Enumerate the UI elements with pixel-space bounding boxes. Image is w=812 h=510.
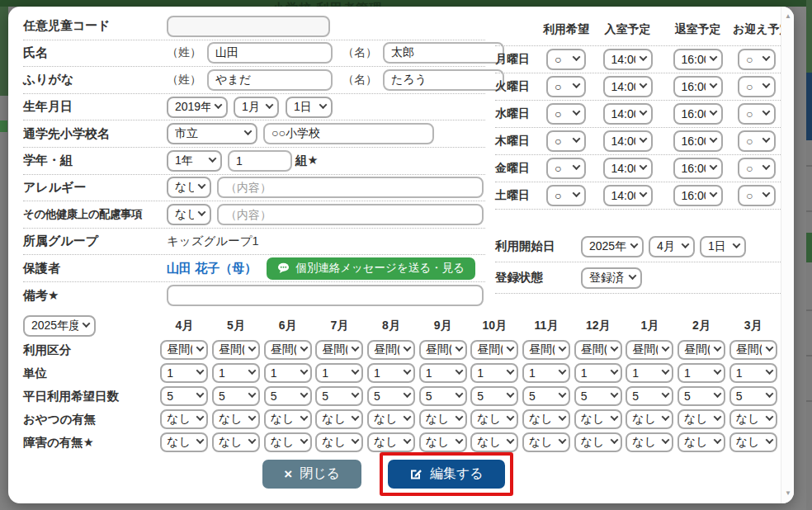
exit-time-select[interactable]: 16:00 bbox=[673, 185, 723, 206]
unit-select[interactable]: 1 bbox=[367, 363, 415, 383]
unit-select[interactable]: 1 bbox=[522, 363, 570, 383]
wish-select[interactable]: ○ bbox=[546, 103, 586, 125]
pickup-select[interactable]: ○ bbox=[738, 76, 776, 97]
snack-select[interactable]: なし bbox=[574, 409, 622, 429]
family-kana-input[interactable] bbox=[207, 69, 333, 91]
disability-select[interactable]: なし bbox=[367, 432, 415, 452]
usage-type-select[interactable]: 昼間( bbox=[522, 340, 570, 360]
usage-type-select[interactable]: 昼間( bbox=[264, 340, 312, 360]
snack-select[interactable]: なし bbox=[367, 409, 415, 429]
unit-select[interactable]: 1 bbox=[160, 363, 208, 383]
unit-select[interactable]: 1 bbox=[212, 363, 260, 383]
weekday-count-select[interactable]: 5 bbox=[574, 386, 622, 406]
snack-select[interactable]: なし bbox=[212, 409, 260, 429]
weekday-count-select[interactable]: 5 bbox=[264, 386, 312, 406]
disability-select[interactable]: なし bbox=[315, 432, 363, 452]
entry-time-select[interactable]: 14:00 bbox=[603, 130, 653, 152]
usage-type-select[interactable]: 昼間( bbox=[626, 340, 673, 360]
edit-button[interactable]: 編集する bbox=[388, 460, 505, 489]
usage-type-select[interactable]: 昼間( bbox=[367, 340, 415, 360]
birth-month-select[interactable]: 1月 bbox=[234, 97, 279, 118]
disability-select[interactable]: なし bbox=[470, 432, 518, 452]
close-button[interactable]: × 閉じる bbox=[262, 460, 361, 489]
usage-type-select[interactable]: 昼間( bbox=[160, 340, 208, 360]
unit-select[interactable]: 1 bbox=[626, 363, 673, 383]
entry-time-select[interactable]: 14:00 bbox=[603, 103, 653, 125]
modal-scrollbar[interactable]: ▲ ▼ bbox=[781, 7, 794, 503]
exit-time-select[interactable]: 16:00 bbox=[673, 103, 723, 125]
weekday-count-select[interactable]: 5 bbox=[470, 386, 518, 406]
exit-time-select[interactable]: 16:00 bbox=[673, 130, 723, 152]
weekday-count-select[interactable]: 5 bbox=[677, 386, 725, 406]
wish-select[interactable]: ○ bbox=[546, 49, 586, 70]
send-message-button[interactable]: 個別連絡メッセージを送る・見る bbox=[267, 257, 475, 280]
school-name-input[interactable] bbox=[263, 123, 434, 144]
note-input[interactable] bbox=[167, 285, 484, 306]
usage-type-select[interactable]: 昼間( bbox=[574, 340, 622, 360]
start-month-select[interactable]: 4月 bbox=[649, 236, 695, 257]
snack-select[interactable]: なし bbox=[626, 409, 673, 429]
usage-type-select[interactable]: 昼間( bbox=[677, 340, 725, 360]
pickup-select[interactable]: ○ bbox=[738, 130, 776, 152]
snack-select[interactable]: なし bbox=[522, 409, 570, 429]
pickup-select[interactable]: ○ bbox=[738, 49, 776, 70]
pickup-select[interactable]: ○ bbox=[738, 185, 776, 206]
birth-day-select[interactable]: 1日 bbox=[286, 97, 333, 118]
snack-select[interactable]: なし bbox=[160, 409, 208, 429]
weekday-count-select[interactable]: 5 bbox=[729, 386, 777, 406]
unit-select[interactable]: 1 bbox=[574, 363, 622, 383]
weekday-count-select[interactable]: 5 bbox=[522, 386, 570, 406]
pickup-select[interactable]: ○ bbox=[738, 103, 776, 125]
disability-select[interactable]: なし bbox=[574, 432, 622, 452]
scroll-up-icon[interactable]: ▲ bbox=[781, 10, 795, 23]
weekday-count-select[interactable]: 5 bbox=[160, 386, 208, 406]
fiscal-year-select[interactable]: 2025年度 bbox=[23, 315, 96, 337]
wish-select[interactable]: ○ bbox=[546, 76, 586, 97]
entry-time-select[interactable]: 14:00 bbox=[603, 158, 653, 179]
usage-type-select[interactable]: 昼間( bbox=[470, 340, 518, 360]
weekday-count-select[interactable]: 5 bbox=[367, 386, 415, 406]
status-select[interactable]: 登録済 bbox=[581, 267, 642, 289]
wish-select[interactable]: ○ bbox=[546, 185, 586, 206]
grade-select[interactable]: 1年 bbox=[167, 150, 222, 172]
unit-select[interactable]: 1 bbox=[470, 363, 518, 383]
snack-select[interactable]: なし bbox=[419, 409, 467, 429]
entry-time-select[interactable]: 14:00 bbox=[603, 185, 653, 206]
class-input[interactable] bbox=[228, 150, 292, 172]
start-year-select[interactable]: 2025年 bbox=[581, 236, 644, 257]
usage-type-select[interactable]: 昼間( bbox=[419, 340, 467, 360]
exit-time-select[interactable]: 16:00 bbox=[673, 49, 723, 70]
unit-select[interactable]: 1 bbox=[729, 363, 777, 383]
snack-select[interactable]: なし bbox=[315, 409, 363, 429]
snack-select[interactable]: なし bbox=[729, 409, 777, 429]
school-type-select[interactable]: 市立 bbox=[167, 123, 257, 144]
usage-type-select[interactable]: 昼間( bbox=[212, 340, 260, 360]
disability-select[interactable]: なし bbox=[264, 432, 312, 452]
unit-select[interactable]: 1 bbox=[315, 363, 363, 383]
disability-select[interactable]: なし bbox=[626, 432, 673, 452]
allergy-detail-input[interactable] bbox=[217, 177, 484, 198]
unit-select[interactable]: 1 bbox=[419, 363, 467, 383]
snack-select[interactable]: なし bbox=[264, 409, 312, 429]
health-select[interactable]: なし bbox=[167, 204, 211, 225]
wish-select[interactable]: ○ bbox=[546, 130, 586, 152]
pickup-select[interactable]: ○ bbox=[738, 158, 776, 179]
disability-select[interactable]: なし bbox=[419, 432, 467, 452]
birth-year-select[interactable]: 2019年 bbox=[167, 97, 228, 118]
usage-type-select[interactable]: 昼間( bbox=[729, 340, 777, 360]
disability-select[interactable]: なし bbox=[522, 432, 570, 452]
entry-time-select[interactable]: 14:00 bbox=[603, 76, 653, 97]
start-day-select[interactable]: 1日 bbox=[700, 236, 746, 257]
allergy-select[interactable]: なし bbox=[167, 177, 211, 198]
guardian-name-link[interactable]: 山田 花子（母） bbox=[167, 261, 257, 276]
exit-time-select[interactable]: 16:00 bbox=[673, 76, 723, 97]
unit-select[interactable]: 1 bbox=[677, 363, 725, 383]
snack-select[interactable]: なし bbox=[470, 409, 518, 429]
usage-type-select[interactable]: 昼間( bbox=[315, 340, 363, 360]
code-input[interactable] bbox=[167, 16, 330, 37]
weekday-count-select[interactable]: 5 bbox=[419, 386, 467, 406]
scroll-down-icon[interactable]: ▼ bbox=[781, 487, 795, 500]
exit-time-select[interactable]: 16:00 bbox=[673, 158, 723, 179]
weekday-count-select[interactable]: 5 bbox=[212, 386, 260, 406]
family-name-input[interactable] bbox=[207, 42, 333, 64]
